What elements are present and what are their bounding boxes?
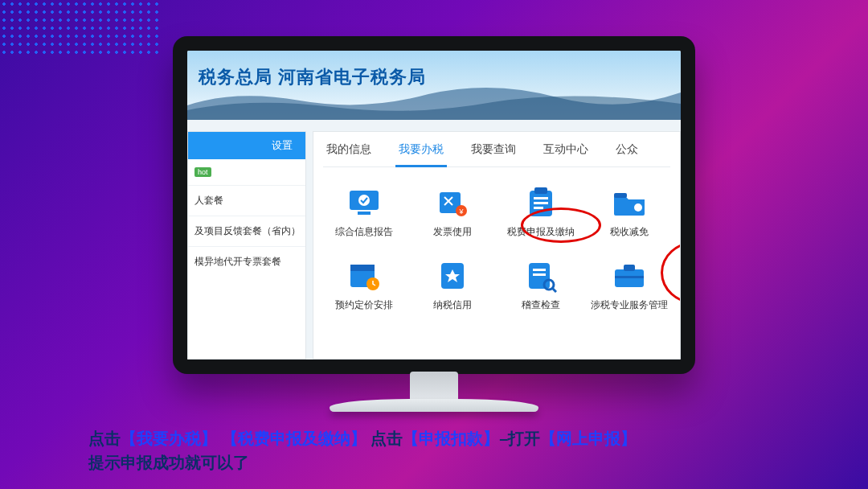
- func-label: 预约定价安排: [335, 298, 393, 312]
- func-shuishou[interactable]: 税收减免: [588, 187, 670, 239]
- star-badge-icon: [433, 260, 472, 292]
- app-header: 税务总局 河南省电子税务局: [187, 51, 681, 120]
- sidebar-item[interactable]: 模异地代开专票套餐: [188, 246, 305, 277]
- sidebar-settings[interactable]: 设置: [188, 132, 305, 159]
- sidebar: 设置 hot 人套餐 及项目反馈套餐（省内） 模异地代开专票套餐: [187, 131, 306, 360]
- svg-text:¥: ¥: [458, 208, 464, 216]
- calendar-clock-icon: [345, 260, 383, 292]
- monitor-stand-base: [330, 399, 538, 412]
- screen: 税务总局 河南省电子税务局 设置 hot 人套餐 及项目反馈套餐（省内） 模异地…: [187, 51, 681, 360]
- func-label: 税收减免: [610, 225, 649, 239]
- edit-yen-icon: ¥: [433, 187, 472, 219]
- tab-bar: 我的信息 我要办税 我要查询 互动中心 公众: [323, 132, 670, 167]
- svg-rect-7: [534, 187, 547, 194]
- svg-line-22: [552, 288, 556, 292]
- instruction-caption: 点击【我要办税】 【税费申报及缴纳】 点击【申报扣款】–打开【网上申报】 提示申…: [88, 426, 780, 475]
- highlight-circle-tab: [521, 208, 601, 243]
- svg-rect-24: [624, 265, 635, 271]
- caption-line1: 点击【我要办税】 【税费申报及缴纳】 点击【申报扣款】–打开【网上申报】: [88, 426, 780, 450]
- app-title: 税务总局 河南省电子税务局: [199, 65, 426, 89]
- caption-line2: 提示申报成功就可以了: [88, 450, 780, 475]
- svg-rect-14: [350, 265, 375, 271]
- briefcase-icon: [610, 260, 649, 292]
- tab-interact[interactable]: 互动中心: [543, 142, 588, 157]
- svg-point-2: [358, 195, 370, 206]
- func-label: 综合信息报告: [335, 225, 393, 239]
- hot-badge: hot: [194, 167, 211, 177]
- svg-rect-19: [533, 269, 546, 271]
- func-label: 纳税信用: [433, 298, 472, 312]
- monitor-check-icon: [345, 187, 383, 219]
- svg-rect-9: [534, 202, 548, 204]
- func-label: 涉税专业服务管理: [591, 298, 668, 312]
- svg-rect-1: [358, 212, 371, 215]
- func-jicha[interactable]: 稽查检查: [500, 260, 582, 312]
- func-fapiao[interactable]: ¥ 发票使用: [411, 187, 493, 239]
- function-grid: 综合信息报告 ¥ 发票使用 税费申报及缴纳: [323, 167, 670, 312]
- func-nashui[interactable]: 纳税信用: [411, 260, 493, 312]
- sidebar-item[interactable]: 人套餐: [188, 185, 305, 216]
- func-sheshui[interactable]: 涉税专业服务管理: [588, 260, 670, 312]
- tab-handle-tax[interactable]: 我要办税: [399, 142, 444, 157]
- func-zonghe[interactable]: 综合信息报告: [323, 187, 405, 239]
- svg-point-12: [634, 203, 642, 212]
- svg-rect-25: [615, 276, 644, 278]
- svg-rect-8: [534, 197, 548, 199]
- decor-dots: [0, 0, 161, 56]
- monitor-stand-neck: [410, 372, 458, 401]
- body-area: 设置 hot 人套餐 及项目反馈套餐（省内） 模异地代开专票套餐 我的信息 我要…: [187, 120, 681, 360]
- tab-my-info[interactable]: 我的信息: [326, 142, 371, 157]
- func-label: 发票使用: [433, 225, 472, 239]
- svg-rect-20: [533, 273, 546, 276]
- sidebar-item[interactable]: 及项目反馈套餐（省内）: [188, 216, 305, 246]
- monitor-frame: 税务总局 河南省电子税务局 设置 hot 人套餐 及项目反馈套餐（省内） 模异地…: [173, 36, 695, 374]
- folder-icon: [610, 187, 649, 219]
- func-label: 稽查检查: [522, 298, 560, 312]
- sidebar-hot-row: hot: [188, 159, 305, 185]
- clipboard-search-icon: [522, 260, 560, 292]
- main-panel: 我的信息 我要办税 我要查询 互动中心 公众 综合信息报告: [313, 131, 681, 360]
- tab-public[interactable]: 公众: [616, 142, 638, 157]
- func-yuyue[interactable]: 预约定价安排: [323, 260, 405, 312]
- svg-rect-11: [614, 193, 627, 198]
- tab-query[interactable]: 我要查询: [471, 142, 516, 157]
